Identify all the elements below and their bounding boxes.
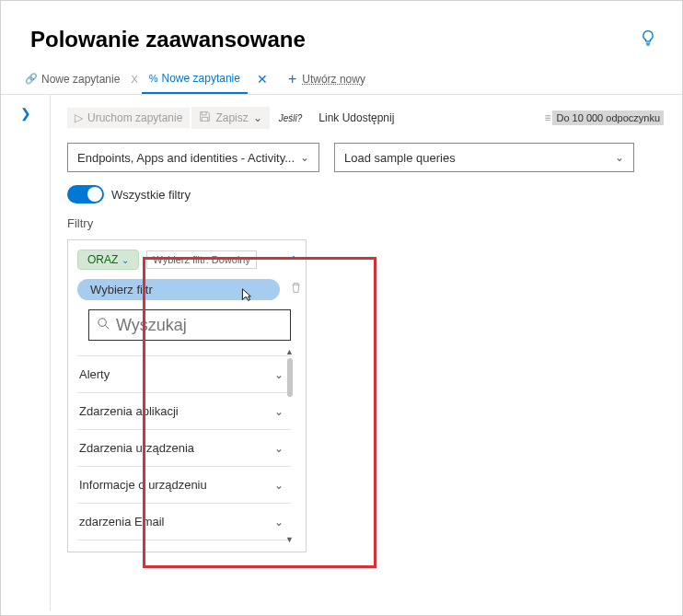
logic-label: ORAZ — [87, 253, 118, 266]
logic-operator-pill[interactable]: ORAZ ⌄ — [77, 250, 139, 270]
chevron-down-icon: ⌄ — [274, 368, 284, 381]
plus-icon: + — [288, 71, 296, 87]
filter-category-device-events[interactable]: Zdarzenia urządzenia ⌄ — [77, 430, 291, 467]
percent-icon: % — [149, 73, 158, 84]
category-label: zdarzenia Email — [79, 515, 165, 529]
results-limit[interactable]: Do 10 000 odpoczynku — [552, 110, 664, 125]
category-label: Alerty — [79, 367, 110, 381]
play-icon: ▷ — [75, 111, 83, 124]
filter-category-app-events[interactable]: Zdarzenia aplikacji ⌄ — [77, 393, 291, 430]
chevron-down-icon: ⌄ — [274, 405, 284, 418]
link-icon: 🔗 — [25, 73, 38, 85]
cursor-pointer-icon — [237, 287, 254, 307]
sample-queries-select[interactable]: Load sample queries ⌄ — [334, 143, 634, 172]
save-button[interactable]: Zapisz ⌄ — [191, 107, 269, 129]
toggle-label: Wszystkie filtry — [111, 188, 191, 202]
tab-label: Nowe zapytanie — [41, 73, 120, 86]
domain-select[interactable]: Endpoints, Apps and identities - Activit… — [67, 143, 319, 172]
delete-filter-icon[interactable] — [290, 282, 302, 296]
svg-point-0 — [98, 318, 106, 325]
share-label: Link Udostępnij — [318, 111, 394, 124]
category-label: Informacje o urządzeniu — [79, 478, 207, 492]
filter-category-alerts[interactable]: Alerty ⌄ — [77, 356, 291, 393]
search-input[interactable] — [116, 316, 283, 335]
chevron-down-icon: ⌄ — [122, 255, 129, 265]
category-label: Zdarzenia urządzenia — [79, 441, 194, 455]
new-tab-button[interactable]: + Utwórz nowy — [277, 71, 376, 87]
search-input-wrapper — [88, 309, 291, 341]
sidebar-expand-button[interactable]: ❯ — [1, 95, 51, 610]
page-title: Polowanie zaawansowane — [30, 27, 306, 52]
scrollbar-thumb[interactable] — [287, 358, 293, 397]
chevron-down-icon: ⌄ — [274, 479, 284, 492]
new-tab-label: Utwórz nowy — [302, 73, 365, 86]
filter-group-card: ORAZ ⌄ Wybierz filtr: Dowolny ⌄ Wybierz … — [67, 239, 307, 552]
category-label: Zdarzenia aplikacji — [79, 404, 179, 418]
toolbar: ▷ Uruchom zapytanie Zapisz ⌄ Jeśli? Link… — [67, 104, 664, 132]
search-icon — [97, 316, 110, 335]
tab-label: Nowe zapytanie — [162, 72, 240, 85]
tab-new-query-2[interactable]: % Nowe zapytanie — [142, 64, 248, 94]
filters-heading: Filtry — [67, 216, 664, 230]
run-query-button[interactable]: ▷ Uruchom zapytanie — [67, 108, 190, 128]
tab-new-query-1[interactable]: 🔗 Nowe zapytanie — [17, 64, 127, 94]
scroll-up-arrow[interactable]: ▲ — [285, 347, 294, 356]
chevron-down-icon: ⌄ — [253, 111, 262, 124]
svg-line-1 — [105, 325, 109, 329]
all-filters-toggle[interactable] — [67, 185, 104, 203]
filter-any-label: Wybierz filtr: Dowolny — [146, 250, 257, 269]
run-label: Uruchom zapytanie — [87, 111, 182, 124]
select-filter-button[interactable]: Wybierz filtr — [77, 279, 280, 300]
chevron-down-icon: ⌄ — [615, 151, 624, 164]
domain-select-label: Endpoints, Apps and identities - Activit… — [77, 151, 295, 165]
select-filter-label: Wybierz filtr — [90, 283, 153, 296]
chevron-up-icon[interactable]: ⌄ — [289, 253, 298, 266]
scroll-down-arrow[interactable]: ▼ — [285, 535, 294, 544]
filter-category-device-info[interactable]: Informacje o urządzeniu ⌄ — [77, 467, 291, 504]
chevron-down-icon: ⌄ — [274, 516, 284, 529]
chevron-down-icon: ⌄ — [300, 151, 309, 164]
chevron-right-icon: ❯ — [20, 106, 31, 610]
save-icon — [199, 110, 211, 125]
share-link-button[interactable]: Link Udostępnij — [311, 108, 401, 128]
sample-select-label: Load sample queries — [344, 151, 456, 165]
filter-dropdown: ▲ Alerty ⌄ Zdarzenia aplikacji ⌄ Zdarzen… — [77, 309, 291, 540]
chevron-down-icon: ⌄ — [274, 442, 284, 455]
if-button[interactable]: Jeśli? — [272, 110, 310, 127]
lightbulb-icon[interactable] — [640, 29, 656, 51]
list-icon: ≡ — [544, 111, 550, 124]
tab-divider: X — [131, 74, 137, 85]
tab-close-button[interactable]: ✕ — [251, 72, 273, 87]
save-label: Zapisz — [215, 111, 248, 124]
filter-category-email-events[interactable]: zdarzenia Email ⌄ — [77, 504, 291, 540]
tabs-bar: 🔗 Nowe zapytanie X % Nowe zapytanie ✕ + … — [1, 64, 682, 95]
